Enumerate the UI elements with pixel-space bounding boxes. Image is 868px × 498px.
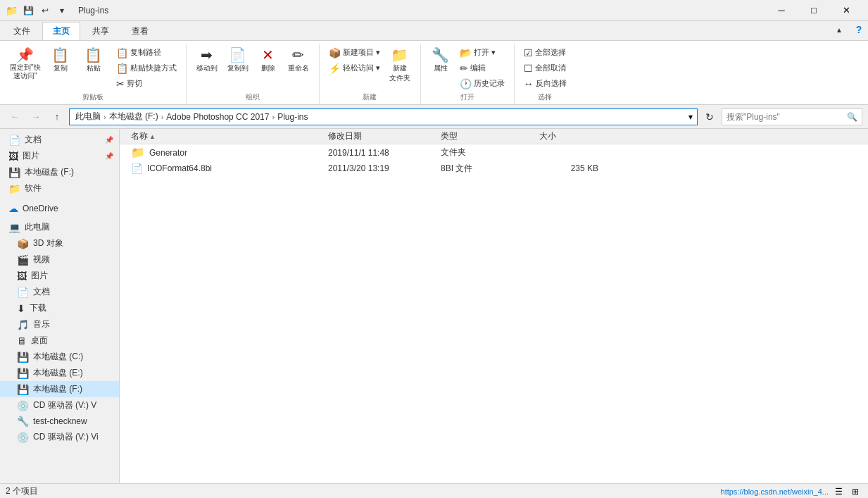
status-right: https://blog.csdn.net/weixin_4... ☰ ⊞ (721, 485, 862, 498)
quick-dropdown-btn[interactable]: ▾ (54, 3, 70, 18)
ribbon-collapse-btn[interactable]: ▲ (830, 20, 848, 39)
move-to-btn[interactable]: ➡ 移动到 (192, 45, 222, 76)
copy-btn[interactable]: 📋 复制 (46, 45, 75, 76)
copy-icon: 📋 (51, 48, 69, 62)
copy-path-btn[interactable]: 📋 复制路径 (113, 45, 180, 60)
table-row[interactable]: 📄 ICOFormat64.8bi 2011/3/20 13:19 8BI 文件… (120, 161, 868, 176)
cd-v-icon: 💿 (17, 400, 29, 411)
cut-icon: ✂ (116, 79, 125, 89)
breadcrumb-plugins[interactable]: Plug-ins (276, 112, 309, 122)
tab-home[interactable]: 主页 (42, 22, 80, 40)
onedrive-icon: ☁ (8, 203, 18, 214)
sidebar-label-checknew: test-checknew (33, 416, 87, 426)
tab-share[interactable]: 共享 (82, 22, 120, 40)
table-row[interactable]: 📁 Generator 2019/11/1 11:48 文件夹 (120, 144, 868, 161)
pictures-icon: 🖼 (8, 151, 18, 162)
rename-btn[interactable]: ✏ 重命名 (284, 45, 313, 76)
sidebar-label-downloads: 下载 (30, 302, 46, 314)
history-btn[interactable]: 🕐 历史记录 (456, 76, 508, 91)
paste-shortcut-icon: 📋 (116, 63, 128, 73)
paste-btn[interactable]: 📋 粘贴 (76, 45, 111, 76)
close-button[interactable]: ✕ (830, 0, 862, 21)
deselect-all-btn[interactable]: ☐ 全部取消 (520, 61, 570, 75)
move-icon: ➡ (201, 48, 213, 62)
up-button[interactable]: ↑ (48, 108, 66, 126)
address-breadcrumb[interactable]: 此电脑 › 本地磁盘 (F:) › Adobe Photoshop CC 201… (69, 108, 698, 125)
quick-undo-btn[interactable]: ↩ (37, 3, 53, 18)
address-bar-row: ← → ↑ 此电脑 › 本地磁盘 (F:) › Adobe Photoshop … (0, 105, 868, 129)
sidebar-item-downloads[interactable]: ⬇ 下载 (0, 300, 119, 316)
sidebar-item-docs[interactable]: 📄 文档 (0, 284, 119, 300)
new-folder-icon: 📁 (391, 48, 408, 62)
sidebar-item-documents[interactable]: 📄 文档 📌 (0, 132, 119, 148)
disk-f-icon-top: 💾 (8, 167, 20, 178)
paste-shortcut-btn[interactable]: 📋 粘贴快捷方式 (113, 61, 180, 75)
sidebar-item-thispc[interactable]: 💻 此电脑 (0, 219, 119, 235)
breadcrumb-disk[interactable]: 本地磁盘 (F:) (108, 111, 160, 123)
breadcrumb-pc[interactable]: 此电脑 (74, 111, 102, 123)
sidebar-item-software[interactable]: 📁 软件 (0, 180, 119, 197)
new-item-btn[interactable]: 📦 新建项目 ▾ (325, 45, 384, 60)
cut-btn[interactable]: ✂ 剪切 (113, 76, 180, 91)
sidebar-label-videos: 视频 (33, 254, 50, 266)
file-size-ico: 235 KB (534, 163, 604, 173)
col-header-size[interactable]: 大小 (534, 129, 604, 144)
disk-f-icon: 💾 (17, 384, 29, 395)
sidebar-item-videos[interactable]: 🎬 视频 (0, 251, 119, 268)
sidebar-item-music[interactable]: 🎵 音乐 (0, 316, 119, 332)
quick-access-toolbar: 💾 ↩ ▾ (20, 3, 70, 18)
delete-btn[interactable]: ✕ 删除 (254, 45, 282, 76)
sidebar-item-local-f-top[interactable]: 💾 本地磁盘 (F:) (0, 164, 119, 180)
cd-vi-icon: 💿 (17, 432, 29, 443)
sidebar-label-3d: 3D 对象 (33, 237, 63, 249)
col-header-date[interactable]: 修改日期 (322, 129, 435, 144)
help-btn[interactable]: ? (850, 20, 868, 39)
forward-button[interactable]: → (27, 108, 45, 126)
easy-access-btn[interactable]: ⚡ 轻松访问 ▾ (325, 61, 384, 75)
search-input[interactable] (727, 112, 844, 122)
sidebar-item-cd-vi[interactable]: 💿 CD 驱动器 (V:) Vi (0, 429, 119, 445)
sidebar-item-images[interactable]: 🖼 图片 (0, 268, 119, 284)
sidebar-item-onedrive[interactable]: ☁ OneDrive (0, 201, 119, 216)
sidebar-item-pictures[interactable]: 🖼 图片 📌 (0, 148, 119, 164)
view-details-btn[interactable]: ☰ (831, 485, 845, 498)
open-small-actions: 📂 打开 ▾ ✏ 编辑 🕐 历史记录 (456, 45, 508, 91)
tab-file[interactable]: 文件 (3, 22, 41, 40)
maximize-button[interactable]: □ (798, 0, 830, 21)
sidebar-item-cd-v[interactable]: 💿 CD 驱动器 (V:) V (0, 397, 119, 413)
select-all-btn[interactable]: ☑ 全部选择 (520, 45, 570, 60)
sidebar-item-disk-f[interactable]: 💾 本地磁盘 (F:) (0, 381, 119, 397)
title-bar-left: 📁 💾 ↩ ▾ Plug-ins (6, 3, 108, 18)
edit-btn[interactable]: ✏ 编辑 (456, 61, 508, 75)
ribbon-group-organize-content: ➡ 移动到 📄 复制到 ✕ 删除 ✏ 重命名 (192, 45, 313, 91)
refresh-button[interactable]: ↻ (700, 108, 719, 125)
tab-view[interactable]: 查看 (121, 22, 159, 40)
status-item-count: 2 个项目 (6, 485, 38, 497)
sidebar-item-disk-e[interactable]: 💾 本地磁盘 (E:) (0, 365, 119, 381)
documents-icon: 📄 (8, 135, 20, 146)
sidebar-item-checknew[interactable]: 🔧 test-checknew (0, 413, 119, 429)
copy-to-btn[interactable]: 📄 复制到 (223, 45, 253, 76)
breadcrumb-sep-3: › (272, 113, 275, 121)
col-header-type[interactable]: 类型 (435, 129, 534, 144)
sidebar-item-disk-c[interactable]: 💾 本地磁盘 (C:) (0, 349, 119, 365)
breadcrumb-photoshop[interactable]: Adobe Photoshop CC 2017 (165, 112, 270, 122)
sidebar-item-desktop[interactable]: 🖥 桌面 (0, 332, 119, 349)
new-folder-btn[interactable]: 📁 新建文件夹 (385, 45, 415, 86)
minimize-button[interactable]: ─ (765, 0, 798, 21)
sidebar-item-3d[interactable]: 📦 3D 对象 (0, 235, 119, 251)
open-btn[interactable]: 📂 打开 ▾ (456, 45, 508, 60)
docs-icon: 📄 (17, 287, 29, 298)
invert-selection-btn[interactable]: ↔ 反向选择 (520, 76, 570, 91)
back-button[interactable]: ← (6, 108, 24, 126)
view-tiles-btn[interactable]: ⊞ (848, 485, 862, 498)
pin-to-quick-access-btn[interactable]: 📌 固定到"快速访问" (6, 45, 45, 83)
file-label-generator: Generator (149, 148, 187, 158)
checknew-icon: 🔧 (17, 416, 29, 427)
quick-save-btn[interactable]: 💾 (20, 3, 36, 18)
address-dropdown-btn[interactable]: ▾ (688, 112, 693, 122)
breadcrumb-sep-2: › (161, 113, 164, 121)
properties-btn[interactable]: 🔧 属性 (427, 45, 455, 76)
desktop-icon: 🖥 (17, 335, 27, 347)
col-header-name[interactable]: 名称 ▲ (125, 129, 322, 144)
